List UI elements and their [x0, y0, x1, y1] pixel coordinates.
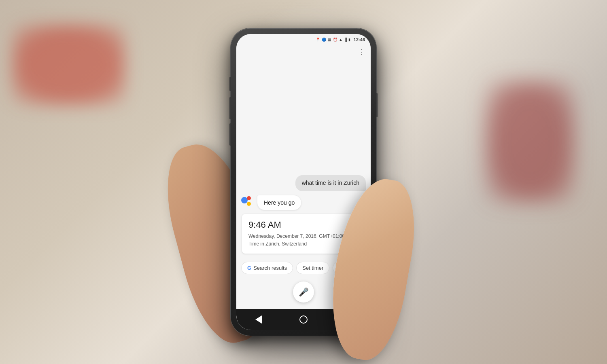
bluetooth-icon: 🔵 — [322, 38, 326, 42]
mic-button[interactable]: 🎤 — [293, 281, 314, 303]
user-message-text: what time is it in Zurich — [302, 180, 359, 186]
battery-icon: ▮ — [348, 38, 350, 42]
vibrate-icon: ▦ — [328, 38, 331, 42]
status-time: 12:46 — [354, 37, 365, 42]
time-value: 9:46 AM — [248, 220, 359, 230]
set-timer-button[interactable]: Set timer — [296, 262, 329, 274]
signal-icon: ▐ — [344, 38, 346, 42]
assistant-message-bubble: Here you go — [257, 195, 301, 210]
assistant-message-text: Here you go — [264, 199, 295, 206]
wifi-icon: ▲ — [339, 38, 343, 42]
back-button[interactable] — [251, 312, 266, 327]
assistant-response-row: Here you go — [241, 195, 366, 210]
google-g-icon: G — [247, 265, 251, 271]
home-icon — [299, 315, 308, 324]
mute-button — [229, 77, 231, 91]
user-message-bubble: what time is it in Zurich — [295, 175, 366, 191]
volume-up-button — [229, 97, 231, 119]
status-icons: 📍 🔵 ▦ ⏰ ▲ ▐ ▮ 12:46 — [316, 37, 365, 42]
menu-dots-button[interactable]: ⋮ — [358, 48, 366, 55]
back-icon — [255, 315, 262, 324]
search-results-label: Search results — [253, 265, 287, 271]
google-assistant-logo — [241, 196, 254, 209]
status-bar: 📍 🔵 ▦ ⏰ ▲ ▐ ▮ 12:46 — [236, 34, 371, 45]
volume-down-button — [229, 123, 231, 146]
search-results-button[interactable]: G Search results — [241, 262, 293, 274]
phone-device: 📍 🔵 ▦ ⏰ ▲ ▐ ▮ 12:46 ⋮ — [231, 28, 376, 336]
set-timer-label: Set timer — [302, 265, 323, 271]
google-dot-red — [247, 196, 251, 200]
bg-decoration-right — [486, 81, 575, 202]
power-button — [376, 93, 378, 117]
app-topbar: ⋮ — [236, 45, 371, 58]
alarm-icon: ⏰ — [333, 38, 337, 42]
google-dot-yellow — [247, 202, 251, 206]
home-button[interactable] — [296, 312, 311, 327]
mic-icon: 🎤 — [299, 287, 309, 297]
bg-decoration-left — [12, 24, 125, 105]
location-icon: 📍 — [316, 38, 320, 42]
